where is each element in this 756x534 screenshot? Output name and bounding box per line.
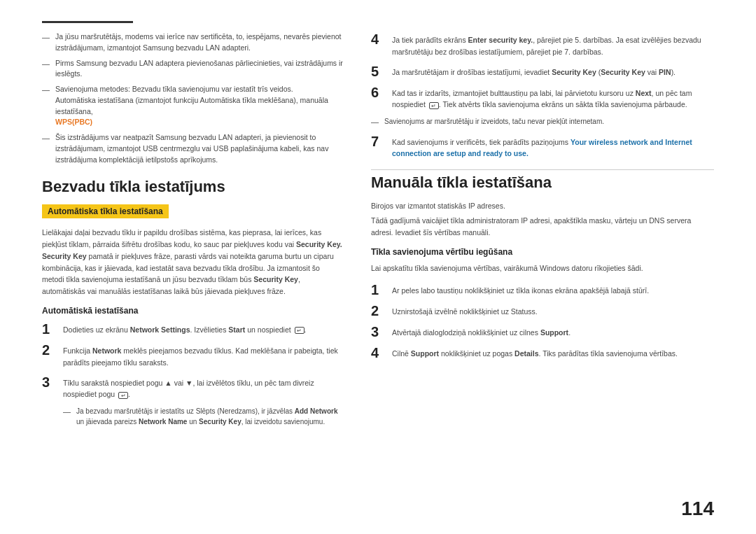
right-bullet-note: — Savienojums ar maršrutētāju ir izveido… [371, 116, 714, 128]
step-1: 1 Dodieties uz ekrānu Network Settings. … [42, 321, 343, 337]
step-content-3: Tīklu sarakstā nospiediet pogu ▲ vai ▼, … [63, 374, 343, 401]
step2-number-4: 4 [371, 345, 385, 360]
right-step-4: 4 Ja tiek parādīts ekrāns Enter security… [371, 31, 714, 58]
subsection-title: Automātiskā iestatīšana [42, 306, 343, 316]
right-step2-2: 2 Uznirstošajā izvēlnē noklikšķiniet uz … [371, 303, 714, 318]
right-step2-4: 4 Cilnē Support noklikšķiniet uz pogas D… [371, 345, 714, 360]
step-number-4: 4 [371, 31, 385, 47]
section2-intro: Birojos var izmantot statiskās IP adrese… [371, 200, 714, 212]
step-3-note-text: Ja bezvadu maršrutētājs ir iestatīts uz … [76, 406, 343, 427]
bullet-text-1: Ja jūsu maršrutētājs, modems vai ierīce … [55, 31, 343, 54]
left-section-title: Bezvadu tīkla iestatījums [42, 178, 343, 196]
step2-content-4: Cilnē Support noklikšķiniet uz pogas Det… [392, 345, 714, 360]
step-number-6: 6 [371, 85, 385, 100]
right-step2-3: 3 Atvērtajā dialoglodziņā noklikšķiniet … [371, 324, 714, 339]
step-number-1: 1 [42, 321, 56, 337]
step-number-2: 2 [42, 342, 56, 358]
bullet-item-4: — Šis izstrādājums var neatpazīt Samsung… [42, 132, 343, 165]
bullet-text-4: Šis izstrādājums var neatpazīt Samsung b… [55, 132, 343, 165]
content-wrapper: — Ja jūsu maršrutētājs, modems vai ierīc… [42, 31, 714, 427]
step-content-4: Ja tiek parādīts ekrāns Enter security k… [392, 31, 714, 58]
step-content-7: Kad savienojums ir verificēts, tiek parā… [392, 134, 714, 160]
right-section-title: Manuāla tīkla iestatīšana [371, 174, 714, 192]
step-content-2: Funkcija Network meklēs pieejamos bezvad… [63, 342, 343, 369]
dash-icon: — [42, 31, 50, 54]
dash-icon: — [42, 84, 50, 128]
step-number-5: 5 [371, 64, 385, 79]
page-container: — Ja jūsu maršrutētājs, modems vai ierīc… [0, 0, 756, 534]
step-content-5: Ja maršrutētājam ir drošības iestatījumi… [392, 64, 714, 78]
step-2: 2 Funkcija Network meklēs pieejamos bezv… [42, 342, 343, 369]
step2-number-2: 2 [371, 303, 385, 318]
step2-number-3: 3 [371, 324, 385, 339]
bullet-section: — Ja jūsu maršrutētājs, modems vai ierīc… [42, 31, 343, 165]
dash-icon: — [63, 406, 71, 427]
step-content-1: Dodieties uz ekrānu Network Settings. Iz… [63, 321, 343, 336]
top-divider [42, 21, 133, 23]
body-paragraph: Lielākajai daļai bezvadu tīklu ir papild… [42, 227, 343, 297]
step-number-7: 7 [371, 134, 385, 149]
section-divider [371, 169, 714, 170]
right-step-5: 5 Ja maršrutētājam ir drošības iestatīju… [371, 64, 714, 79]
step-3-note: — Ja bezvadu maršrutētājs ir iestatīts u… [63, 406, 343, 427]
bullet-item-2: — Pirms Samsung bezvadu LAN adaptera pie… [42, 58, 343, 80]
step-content-6: Kad tas ir izdarīts, izmantojiet bulttau… [392, 85, 714, 111]
step2-content-2: Uznirstošajā izvēlnē noklikšķiniet uz St… [392, 303, 714, 318]
bullet-text-3: Savienojuma metodes: Bezvadu tīkla savie… [55, 84, 343, 128]
step2-content-3: Atvērtajā dialoglodziņā noklikšķiniet uz… [392, 324, 714, 339]
left-column: — Ja jūsu maršrutētājs, modems vai ierīc… [42, 31, 343, 427]
section2-body: Tādā gadījumā vaicājiet tīkla administra… [371, 215, 714, 239]
right-step2-1: 1 Ar peles labo taustiņu noklikšķiniet u… [371, 282, 714, 297]
bullet-text-2: Pirms Samsung bezvadu LAN adaptera pievi… [55, 58, 343, 80]
dash-icon: — [42, 58, 50, 80]
bullet-item-3: — Savienojuma metodes: Bezvadu tīkla sav… [42, 84, 343, 128]
step-number-3: 3 [42, 374, 56, 390]
dash-icon: — [42, 132, 50, 165]
page-number: 114 [681, 498, 714, 520]
bullet-item-1: — Ja jūsu maršrutētājs, modems vai ierīc… [42, 31, 343, 54]
right-step-6: 6 Kad tas ir izdarīts, izmantojiet bultt… [371, 85, 714, 111]
dash-icon: — [371, 116, 379, 128]
step2-content-1: Ar peles labo taustiņu noklikšķiniet uz … [392, 282, 714, 297]
bullet-note-text: Savienojums ar maršrutētāju ir izveidots… [384, 116, 604, 128]
step2-number-1: 1 [371, 282, 385, 297]
subsection2-intro: Lai apskatītu tīkla savienojuma vērtības… [371, 262, 714, 274]
right-step-7: 7 Kad savienojums ir verificēts, tiek pa… [371, 134, 714, 160]
step-3: 3 Tīklu sarakstā nospiediet pogu ▲ vai ▼… [42, 374, 343, 401]
wps-highlight: WPS(PBC) [55, 118, 92, 126]
subsection2-title: Tīkla savienojuma vērtību iegūšana [371, 247, 714, 257]
right-column: 4 Ja tiek parādīts ekrāns Enter security… [371, 31, 714, 427]
yellow-label: Automātiska tīkla iestatīšana [42, 204, 169, 218]
